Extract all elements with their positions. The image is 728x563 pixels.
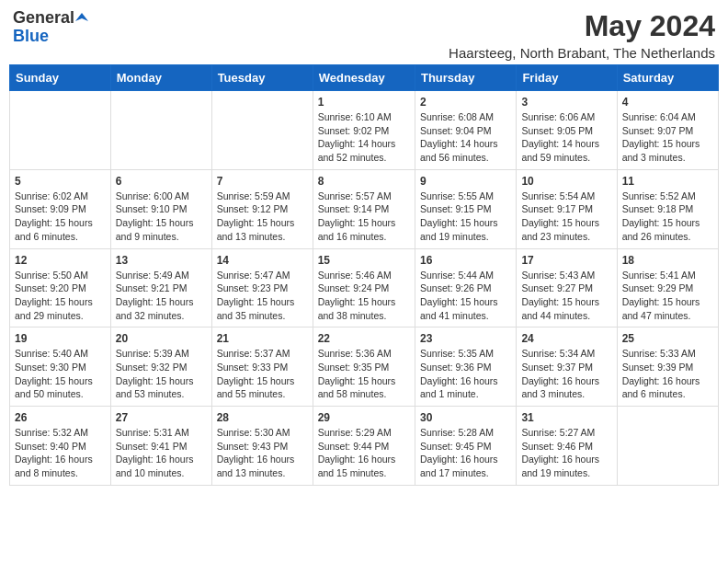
day-number: 2	[420, 96, 511, 109]
day-info: Sunrise: 5:46 AMSunset: 9:24 PMDaylight:…	[318, 269, 410, 323]
day-info: Sunrise: 5:50 AMSunset: 9:20 PMDaylight:…	[15, 269, 106, 323]
calendar-cell: 4Sunrise: 6:04 AMSunset: 9:07 PMDaylight…	[617, 91, 718, 170]
calendar-cell	[211, 91, 313, 170]
day-info: Sunrise: 5:49 AMSunset: 9:21 PMDaylight:…	[116, 269, 207, 323]
day-number: 9	[420, 175, 511, 188]
calendar-cell: 15Sunrise: 5:46 AMSunset: 9:24 PMDayligh…	[313, 248, 415, 327]
day-number: 12	[15, 254, 106, 267]
calendar-cell	[110, 91, 211, 170]
page-header: General Blue May 2024 Haarsteeg, North B…	[9, 9, 719, 61]
day-info: Sunrise: 5:31 AMSunset: 9:41 PMDaylight:…	[116, 426, 207, 480]
day-info: Sunrise: 6:06 AMSunset: 9:05 PMDaylight:…	[521, 110, 611, 165]
weekday-header-friday: Friday	[517, 65, 617, 91]
calendar-cell: 6Sunrise: 6:00 AMSunset: 9:10 PMDaylight…	[110, 169, 211, 248]
day-info: Sunrise: 5:40 AMSunset: 9:30 PMDaylight:…	[15, 347, 106, 401]
day-info: Sunrise: 5:47 AMSunset: 9:23 PMDaylight:…	[217, 269, 308, 323]
week-row-5: 26Sunrise: 5:32 AMSunset: 9:40 PMDayligh…	[10, 407, 719, 486]
day-number: 20	[116, 332, 207, 345]
calendar-cell: 19Sunrise: 5:40 AMSunset: 9:30 PMDayligh…	[10, 327, 111, 407]
day-info: Sunrise: 5:54 AMSunset: 9:17 PMDaylight:…	[521, 190, 611, 244]
day-number: 25	[622, 332, 713, 345]
day-info: Sunrise: 5:43 AMSunset: 9:27 PMDaylight:…	[521, 269, 611, 323]
day-number: 16	[420, 254, 511, 267]
title-block: May 2024 Haarsteeg, North Brabant, The N…	[449, 9, 715, 61]
day-number: 15	[318, 254, 410, 267]
logo-general: General	[13, 9, 74, 28]
calendar-cell: 28Sunrise: 5:30 AMSunset: 9:43 PMDayligh…	[211, 407, 313, 486]
weekday-header-saturday: Saturday	[617, 65, 718, 91]
logo-bird-icon	[75, 12, 88, 25]
calendar-cell: 3Sunrise: 6:06 AMSunset: 9:05 PMDaylight…	[517, 91, 617, 170]
weekday-header-tuesday: Tuesday	[211, 65, 313, 91]
day-number: 18	[622, 254, 713, 267]
day-info: Sunrise: 5:59 AMSunset: 9:12 PMDaylight:…	[217, 190, 308, 244]
day-number: 14	[217, 254, 308, 267]
calendar-cell: 5Sunrise: 6:02 AMSunset: 9:09 PMDaylight…	[10, 169, 111, 248]
calendar-cell: 1Sunrise: 6:10 AMSunset: 9:02 PMDaylight…	[313, 91, 415, 170]
day-info: Sunrise: 6:02 AMSunset: 9:09 PMDaylight:…	[15, 190, 106, 244]
calendar-cell: 9Sunrise: 5:55 AMSunset: 9:15 PMDaylight…	[415, 169, 516, 248]
day-info: Sunrise: 5:33 AMSunset: 9:39 PMDaylight:…	[622, 347, 713, 401]
day-info: Sunrise: 5:35 AMSunset: 9:36 PMDaylight:…	[420, 347, 511, 401]
calendar-cell: 31Sunrise: 5:27 AMSunset: 9:46 PMDayligh…	[517, 407, 617, 486]
day-info: Sunrise: 5:34 AMSunset: 9:37 PMDaylight:…	[521, 347, 611, 401]
day-info: Sunrise: 5:52 AMSunset: 9:18 PMDaylight:…	[622, 190, 713, 244]
day-info: Sunrise: 5:55 AMSunset: 9:15 PMDaylight:…	[420, 190, 511, 244]
calendar-cell: 17Sunrise: 5:43 AMSunset: 9:27 PMDayligh…	[517, 248, 617, 327]
day-info: Sunrise: 5:32 AMSunset: 9:40 PMDaylight:…	[15, 426, 106, 480]
day-info: Sunrise: 5:44 AMSunset: 9:26 PMDaylight:…	[420, 269, 511, 323]
calendar-cell: 14Sunrise: 5:47 AMSunset: 9:23 PMDayligh…	[211, 248, 313, 327]
day-number: 11	[622, 175, 713, 188]
day-number: 7	[217, 175, 308, 188]
day-info: Sunrise: 5:27 AMSunset: 9:46 PMDaylight:…	[521, 426, 611, 480]
weekday-header-sunday: Sunday	[10, 65, 111, 91]
day-number: 6	[116, 175, 207, 188]
logo: General Blue	[13, 9, 88, 46]
day-info: Sunrise: 6:10 AMSunset: 9:02 PMDaylight:…	[318, 110, 410, 165]
calendar-cell: 13Sunrise: 5:49 AMSunset: 9:21 PMDayligh…	[110, 248, 211, 327]
day-number: 3	[521, 96, 611, 109]
calendar-table: SundayMondayTuesdayWednesdayThursdayFrid…	[9, 64, 719, 486]
day-number: 4	[622, 96, 713, 109]
day-number: 21	[217, 332, 308, 345]
day-number: 28	[217, 411, 308, 424]
day-number: 26	[15, 411, 106, 424]
calendar-cell: 27Sunrise: 5:31 AMSunset: 9:41 PMDayligh…	[110, 407, 211, 486]
day-number: 17	[521, 254, 611, 267]
day-number: 8	[318, 175, 410, 188]
calendar-cell: 20Sunrise: 5:39 AMSunset: 9:32 PMDayligh…	[110, 327, 211, 407]
week-row-2: 5Sunrise: 6:02 AMSunset: 9:09 PMDaylight…	[10, 169, 719, 248]
calendar-cell: 8Sunrise: 5:57 AMSunset: 9:14 PMDaylight…	[313, 169, 415, 248]
calendar-cell: 7Sunrise: 5:59 AMSunset: 9:12 PMDaylight…	[211, 169, 313, 248]
calendar-cell: 2Sunrise: 6:08 AMSunset: 9:04 PMDaylight…	[415, 91, 516, 170]
calendar-cell	[10, 91, 111, 170]
day-number: 31	[521, 411, 611, 424]
week-row-3: 12Sunrise: 5:50 AMSunset: 9:20 PMDayligh…	[10, 248, 719, 327]
day-number: 1	[318, 96, 410, 109]
weekday-header-wednesday: Wednesday	[313, 65, 415, 91]
day-number: 19	[15, 332, 106, 345]
day-info: Sunrise: 6:08 AMSunset: 9:04 PMDaylight:…	[420, 110, 511, 165]
calendar-cell: 30Sunrise: 5:28 AMSunset: 9:45 PMDayligh…	[415, 407, 516, 486]
weekday-header-row: SundayMondayTuesdayWednesdayThursdayFrid…	[10, 65, 719, 91]
calendar-cell: 11Sunrise: 5:52 AMSunset: 9:18 PMDayligh…	[617, 169, 718, 248]
month-year: May 2024	[449, 9, 715, 43]
location: Haarsteeg, North Brabant, The Netherland…	[449, 45, 715, 61]
calendar-cell: 16Sunrise: 5:44 AMSunset: 9:26 PMDayligh…	[415, 248, 516, 327]
day-info: Sunrise: 5:36 AMSunset: 9:35 PMDaylight:…	[318, 347, 410, 401]
calendar-cell: 18Sunrise: 5:41 AMSunset: 9:29 PMDayligh…	[617, 248, 718, 327]
svg-marker-0	[75, 13, 88, 21]
day-number: 5	[15, 175, 106, 188]
week-row-4: 19Sunrise: 5:40 AMSunset: 9:30 PMDayligh…	[10, 327, 719, 407]
day-info: Sunrise: 5:39 AMSunset: 9:32 PMDaylight:…	[116, 347, 207, 401]
day-info: Sunrise: 5:29 AMSunset: 9:44 PMDaylight:…	[318, 426, 410, 480]
day-info: Sunrise: 5:37 AMSunset: 9:33 PMDaylight:…	[217, 347, 308, 401]
calendar-cell: 29Sunrise: 5:29 AMSunset: 9:44 PMDayligh…	[313, 407, 415, 486]
day-info: Sunrise: 6:04 AMSunset: 9:07 PMDaylight:…	[622, 110, 713, 165]
day-info: Sunrise: 5:57 AMSunset: 9:14 PMDaylight:…	[318, 190, 410, 244]
day-info: Sunrise: 6:00 AMSunset: 9:10 PMDaylight:…	[116, 190, 207, 244]
calendar-cell: 24Sunrise: 5:34 AMSunset: 9:37 PMDayligh…	[517, 327, 617, 407]
day-info: Sunrise: 5:28 AMSunset: 9:45 PMDaylight:…	[420, 426, 511, 480]
day-number: 29	[318, 411, 410, 424]
calendar-cell: 23Sunrise: 5:35 AMSunset: 9:36 PMDayligh…	[415, 327, 516, 407]
